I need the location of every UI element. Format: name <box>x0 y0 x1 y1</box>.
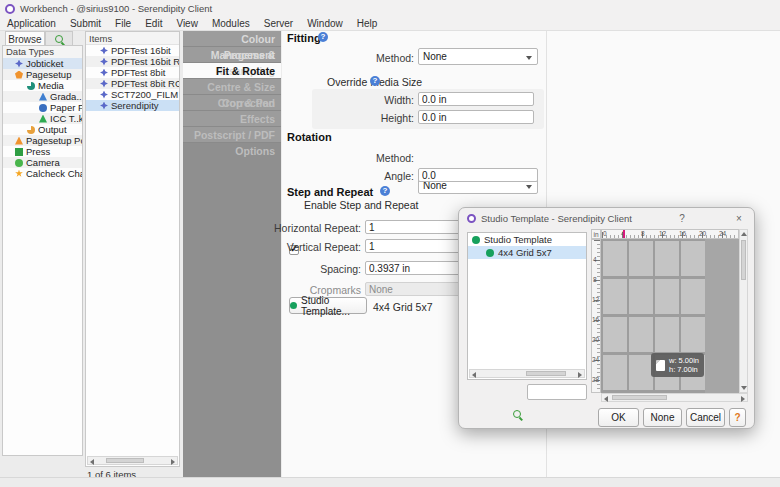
template-cell[interactable] <box>655 279 679 314</box>
tab-search[interactable] <box>45 31 73 46</box>
scroll-left-icon[interactable] <box>472 372 476 378</box>
template-cell[interactable] <box>681 317 705 352</box>
menu-application[interactable]: Application <box>0 17 63 31</box>
scroll-left-icon[interactable] <box>90 459 94 465</box>
menu-submit[interactable]: Submit <box>63 17 108 31</box>
menu-help[interactable]: Help <box>350 17 385 31</box>
item-pdftest-16bit-rgb[interactable]: PDFTest 16bit RGB On <box>86 56 179 67</box>
nav-process-resampling[interactable]: Process & Resampling <box>183 47 281 63</box>
tree-hscroll-thumb[interactable] <box>526 371 566 376</box>
dialog-logo-icon <box>467 214 476 223</box>
none-button[interactable]: None <box>643 408 682 427</box>
green-dot-icon <box>486 249 494 257</box>
template-cell[interactable] <box>603 317 627 352</box>
template-cell[interactable] <box>681 241 705 276</box>
nav-fit-rotate[interactable]: Fit & Rotate <box>183 63 281 79</box>
output-icon <box>27 126 35 134</box>
ruler-unit-box: in <box>591 229 601 239</box>
tree-item-media[interactable]: Media <box>3 80 82 91</box>
template-preview-canvas[interactable]: w: 5.00inh: 7.00in <box>601 239 739 393</box>
template-cell[interactable] <box>681 279 705 314</box>
menu-view[interactable]: View <box>169 17 205 31</box>
menu-window[interactable]: Window <box>300 17 350 31</box>
template-cell[interactable] <box>629 241 653 276</box>
preview-hscroll-thumb[interactable] <box>612 395 667 400</box>
tree-item-press[interactable]: Press <box>3 146 82 157</box>
preview-hscrollbar[interactable] <box>601 393 748 402</box>
tree-studio-template[interactable]: Studio Template <box>468 233 586 246</box>
angle-input[interactable] <box>418 168 538 182</box>
tab-browse[interactable]: Browse <box>5 31 45 46</box>
width-input[interactable] <box>418 92 534 106</box>
menu-bar: Application Submit File Edit View Module… <box>0 17 780 31</box>
nav-colour-management[interactable]: Colour Management <box>183 31 281 47</box>
preview-vscroll-thumb[interactable] <box>741 240 746 280</box>
tree-item-pagesetup-pool[interactable]: Pagesetup Pool <box>3 135 82 146</box>
tree-4x4-grid-5x7[interactable]: 4x4 Grid 5x7 <box>468 246 586 259</box>
calcheck-chart-icon <box>15 170 23 178</box>
items-hscrollbar[interactable] <box>87 456 178 465</box>
horizontal-ruler: 0 4 8 12 16 20 24 <box>601 229 739 239</box>
press-icon <box>15 148 23 156</box>
scroll-down-icon[interactable] <box>741 386 747 390</box>
studio-template-button[interactable]: Studio Template... <box>289 297 367 314</box>
rotation-method-label: Method: <box>314 152 414 164</box>
height-input[interactable] <box>418 110 534 124</box>
scroll-right-icon[interactable] <box>171 459 175 465</box>
item-sct7200-film[interactable]: SCT7200_FILM <box>86 89 179 100</box>
menu-edit[interactable]: Edit <box>138 17 169 31</box>
item-pdftest-16bit[interactable]: PDFTest 16bit <box>86 45 179 56</box>
dialog-tree-hscrollbar[interactable] <box>469 369 585 378</box>
item-icon <box>100 47 108 55</box>
scroll-right-icon[interactable] <box>741 396 745 402</box>
dialog-title: Studio Template - Serendipity Client <box>481 213 632 224</box>
tree-item-gradation-curve[interactable]: Grada...Curve <box>3 91 82 102</box>
fitting-title: Fitting <box>287 32 321 44</box>
dialog-context-help-button[interactable]: ? <box>729 408 746 427</box>
nav-centre-size-correction[interactable]: Centre & Size Correction <box>183 79 281 95</box>
scroll-right-icon[interactable] <box>578 372 582 378</box>
item-pdftest-8bit[interactable]: PDFTest 8bit <box>86 67 179 78</box>
template-cell[interactable] <box>603 241 627 276</box>
tree-item-icc-set[interactable]: ICC T..k Set <box>3 113 82 124</box>
preview-vscrollbar[interactable] <box>739 229 748 393</box>
template-cell[interactable] <box>603 279 627 314</box>
scroll-up-icon[interactable] <box>741 232 747 236</box>
tree-item-jobticket[interactable]: Jobticket <box>3 58 82 69</box>
template-cell[interactable] <box>655 317 679 352</box>
nav-effects[interactable]: Effects <box>183 111 281 127</box>
override-help-icon[interactable]: ? <box>370 76 380 86</box>
nav-postscript-pdf-options[interactable]: Postscript / PDF Options <box>183 127 281 143</box>
nav-crop-pad[interactable]: Crop & Pad <box>183 95 281 111</box>
vertical-ruler: 4 8 12 16 20 24 28 <box>591 239 601 393</box>
cancel-button[interactable]: Cancel <box>686 408 725 427</box>
template-cell[interactable] <box>655 241 679 276</box>
dialog-help-button[interactable]: ? <box>675 213 689 224</box>
fitting-method-dropdown[interactable]: None <box>418 48 538 65</box>
fitting-help-icon[interactable]: ? <box>318 32 328 42</box>
template-cell[interactable] <box>629 355 653 390</box>
template-search-input[interactable] <box>527 384 587 400</box>
item-icon <box>100 80 108 88</box>
item-serendipity[interactable]: Serendipity <box>86 100 179 111</box>
tree-item-pagesetup[interactable]: Pagesetup <box>3 69 82 80</box>
tree-item-camera[interactable]: Camera <box>3 157 82 168</box>
tree-item-calcheck-chart[interactable]: Calcheck Chart <box>3 168 82 179</box>
menu-file[interactable]: File <box>108 17 138 31</box>
dialog-close-button[interactable]: × <box>732 213 746 224</box>
canvas-margin <box>705 239 739 393</box>
menu-modules[interactable]: Modules <box>205 17 257 31</box>
template-cell[interactable] <box>629 317 653 352</box>
menu-server[interactable]: Server <box>257 17 300 31</box>
tree-item-paper-profile[interactable]: Paper Profile <box>3 102 82 113</box>
template-cell[interactable] <box>629 279 653 314</box>
item-pdftest-8bit-rgb[interactable]: PDFTest 8bit RGB On <box>86 78 179 89</box>
tooltip-width: w: 5.00in <box>669 356 699 365</box>
template-cell[interactable] <box>603 355 627 390</box>
item-icon <box>100 102 108 110</box>
tree-item-output[interactable]: Output <box>3 124 82 135</box>
step-repeat-help-icon[interactable]: ? <box>380 186 390 196</box>
ok-button[interactable]: OK <box>598 408 639 427</box>
scroll-left-icon[interactable] <box>604 396 608 402</box>
items-hscroll-thumb[interactable] <box>106 458 144 463</box>
